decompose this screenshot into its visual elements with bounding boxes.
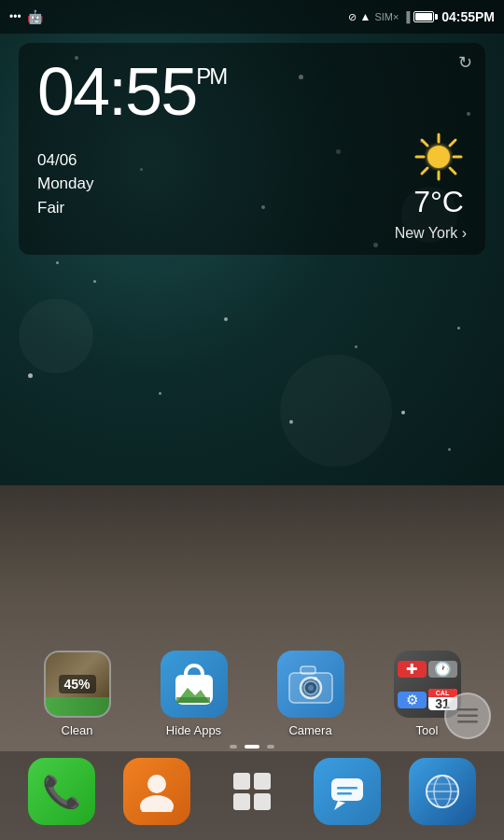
- dock-item-contacts[interactable]: [123, 758, 190, 825]
- svg-point-21: [147, 775, 166, 793]
- svg-line-8: [422, 168, 427, 174]
- signal-off-icon: ⊘: [348, 11, 357, 23]
- svg-rect-13: [301, 666, 315, 674]
- app-item-camera[interactable]: Camera: [277, 651, 344, 737]
- sun-weather-icon: [411, 129, 467, 185]
- widget-clock: 04:55PM: [37, 54, 226, 129]
- svg-point-17: [314, 677, 317, 680]
- widget-temperature: 7°C: [413, 185, 464, 219]
- app-grid: 45% Clean Hide Apps: [0, 651, 504, 737]
- app-label-hide: Hide Apps: [166, 723, 221, 737]
- menu-dots-icon: •••: [9, 10, 21, 23]
- svg-rect-11: [176, 697, 210, 703]
- dock-icon-drawer[interactable]: [218, 758, 286, 825]
- dock-item-browser[interactable]: [409, 758, 476, 825]
- widget-weather-info: 7°C: [411, 129, 467, 219]
- svg-rect-25: [337, 787, 357, 790]
- widget-date-info: 04/06 Monday Fair: [37, 148, 93, 220]
- grid-icon: [233, 773, 271, 810]
- svg-rect-19: [457, 715, 478, 718]
- svg-point-32: [427, 776, 458, 807]
- globe-icon: [422, 771, 463, 812]
- wifi-icon: ▲: [360, 10, 371, 23]
- svg-point-16: [308, 685, 314, 691]
- app-icon-hide[interactable]: [161, 651, 228, 718]
- dock-icon-contacts[interactable]: [123, 758, 190, 825]
- app-item-hide[interactable]: Hide Apps: [161, 651, 228, 737]
- sim-icon: SIM×: [374, 11, 399, 22]
- svg-line-5: [422, 140, 427, 146]
- dock-icon-messages[interactable]: [314, 758, 381, 825]
- dock-icon-browser[interactable]: [409, 758, 476, 825]
- app-icon-clean[interactable]: 45%: [44, 651, 111, 718]
- page-indicator: [230, 745, 274, 749]
- page-dot-1: [230, 745, 237, 749]
- app-label-clean: Clean: [62, 723, 93, 737]
- status-bar: ••• 🤖 ⊘ ▲ SIM× ▐ 04:55PM: [0, 0, 504, 34]
- svg-line-7: [450, 140, 455, 146]
- battery-indicator: [413, 11, 438, 22]
- message-bubble-icon: [327, 771, 368, 812]
- clean-percent: 45%: [58, 675, 95, 693]
- dock-item-phone[interactable]: 📞: [28, 758, 95, 825]
- app-icon-camera[interactable]: [277, 651, 344, 718]
- signal-bars-icon: ▐: [402, 11, 410, 22]
- widget-time-display: 04:55PM: [37, 58, 467, 125]
- status-left-icons: ••• 🤖: [9, 9, 43, 24]
- widget-bottom-row: 04/06 Monday Fair: [37, 129, 467, 219]
- refresh-icon[interactable]: ↻: [458, 52, 472, 73]
- app-item-clean[interactable]: 45% Clean: [44, 651, 111, 737]
- settings-cell: ⚙: [398, 692, 427, 708]
- app-label-tool: Tool: [416, 723, 439, 737]
- svg-marker-24: [334, 801, 345, 810]
- app-label-camera: Camera: [288, 723, 331, 737]
- dock-item-messages[interactable]: [314, 758, 381, 825]
- status-right-icons: ⊘ ▲ SIM× ▐ 04:55PM: [348, 9, 495, 24]
- clock-cell: 🕐: [428, 661, 457, 678]
- widget-location[interactable]: New York ›: [37, 225, 467, 242]
- svg-rect-26: [337, 792, 352, 795]
- phone-icon: 📞: [42, 773, 81, 810]
- dock-item-drawer[interactable]: [218, 758, 286, 825]
- android-icon: 🤖: [27, 9, 43, 24]
- svg-rect-20: [457, 721, 478, 723]
- hamburger-icon: [457, 708, 478, 723]
- page-dot-2: [245, 745, 259, 749]
- float-menu-button[interactable]: [444, 693, 491, 739]
- weather-widget[interactable]: ↻ 04:55PM 04/06 Monday Fair: [19, 43, 485, 255]
- svg-rect-23: [331, 778, 363, 801]
- svg-point-22: [140, 795, 174, 812]
- svg-point-0: [427, 146, 450, 168]
- page-dot-3: [267, 745, 274, 749]
- calc-cell: ✚: [398, 661, 427, 678]
- dock-icon-phone[interactable]: 📞: [28, 758, 95, 825]
- svg-line-6: [450, 168, 455, 174]
- svg-rect-18: [457, 708, 478, 711]
- status-time: 04:55PM: [441, 9, 495, 24]
- person-icon: [138, 771, 175, 812]
- dock: 📞: [0, 751, 504, 840]
